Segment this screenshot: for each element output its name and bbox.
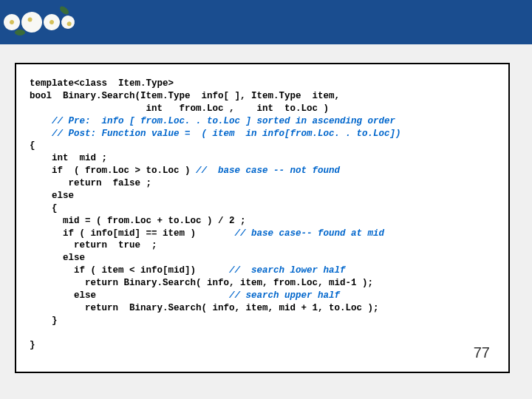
- code-line: return Binary.Search( info, item, from.L…: [30, 278, 373, 288]
- code-line: return false ;: [30, 178, 151, 188]
- code-line: if ( from.Loc > to.Loc ): [30, 166, 196, 176]
- code-line: bool Binary.Search(Item.Type info[ ], It…: [30, 91, 340, 101]
- code-line: }: [30, 340, 35, 350]
- code-comment: // Post: Function value = ( item in info…: [52, 129, 401, 139]
- page-number: 77: [474, 343, 490, 363]
- code-line: else: [30, 191, 74, 201]
- code-line: }: [30, 316, 58, 326]
- code-line: return Binary.Search( info, item, mid + …: [30, 303, 379, 313]
- code-line: if ( item < info[mid]): [30, 265, 229, 276]
- code-line: [30, 129, 52, 139]
- code-line: else: [30, 253, 85, 263]
- code-comment: // Pre: info [ from.Loc. . to.Loc ] sort…: [52, 116, 395, 126]
- code-line: int from.Loc , int to.Loc ): [30, 103, 329, 114]
- code-line: return true ;: [30, 240, 157, 250]
- code-block: template<class Item.Type> bool Binary.Se…: [15, 63, 510, 373]
- code-comment: // search lower half: [229, 265, 346, 276]
- header-band: [0, 0, 532, 44]
- code-line: [30, 116, 52, 126]
- code-line: mid = ( from.Loc + to.Loc ) / 2 ;: [30, 216, 246, 226]
- code-comment: // base case-- found at mid: [235, 228, 385, 239]
- code-line: if ( info[mid] == item ): [30, 228, 235, 239]
- code-line: int mid ;: [30, 153, 107, 163]
- code-comment: // search upper half: [229, 290, 340, 301]
- code-line: {: [30, 203, 58, 214]
- flower-decoration: [0, 0, 100, 44]
- code-comment: // base case -- not found: [196, 166, 340, 176]
- code-content: template<class Item.Type> bool Binary.Se…: [30, 78, 501, 352]
- code-line: template<class Item.Type>: [30, 78, 174, 89]
- code-line: else: [30, 290, 229, 301]
- code-line: {: [30, 140, 35, 151]
